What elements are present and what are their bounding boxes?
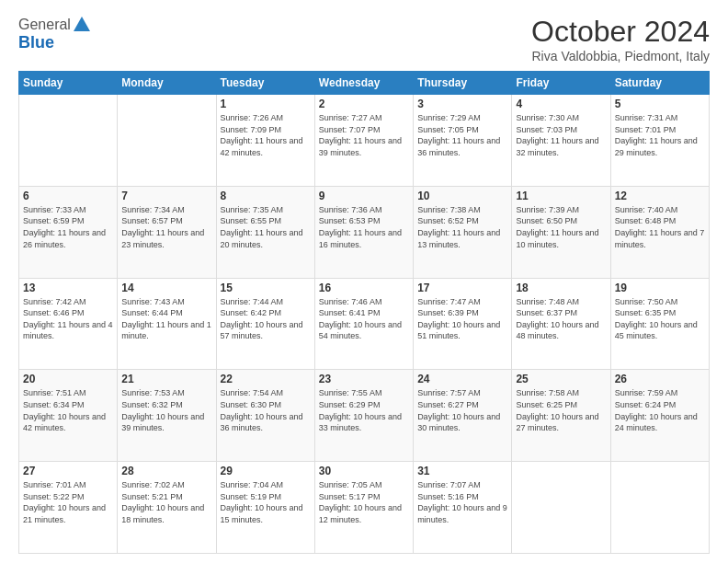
logo: General Blue xyxy=(18,15,92,52)
day-detail: Sunrise: 7:29 AMSunset: 7:05 PMDaylight:… xyxy=(417,113,500,157)
calendar-week-row: 1 Sunrise: 7:26 AMSunset: 7:09 PMDayligh… xyxy=(19,95,710,187)
day-detail: Sunrise: 7:54 AMSunset: 6:30 PMDaylight:… xyxy=(221,388,303,432)
table-row: 31 Sunrise: 7:07 AMSunset: 5:16 PMDaylig… xyxy=(414,462,512,554)
day-number: 8 xyxy=(221,190,311,202)
day-detail: Sunrise: 7:43 AMSunset: 6:44 PMDaylight:… xyxy=(121,297,211,341)
table-row: 6 Sunrise: 7:33 AMSunset: 6:59 PMDayligh… xyxy=(19,186,118,278)
day-detail: Sunrise: 7:40 AMSunset: 6:48 PMDaylight:… xyxy=(615,205,705,249)
header-saturday: Saturday xyxy=(610,72,709,95)
day-number: 15 xyxy=(221,282,311,294)
day-number: 13 xyxy=(23,282,113,294)
day-number: 2 xyxy=(319,98,409,110)
day-number: 20 xyxy=(23,373,113,385)
table-row: 2 Sunrise: 7:27 AMSunset: 7:07 PMDayligh… xyxy=(314,95,413,187)
table-row: 17 Sunrise: 7:47 AMSunset: 6:39 PMDaylig… xyxy=(414,278,512,370)
table-row: 23 Sunrise: 7:55 AMSunset: 6:29 PMDaylig… xyxy=(314,370,413,462)
table-row: 3 Sunrise: 7:29 AMSunset: 7:05 PMDayligh… xyxy=(414,95,512,187)
day-number: 28 xyxy=(121,465,211,477)
header: General Blue October 2024 Riva Valdobbia… xyxy=(18,15,710,63)
day-number: 29 xyxy=(221,465,311,477)
day-detail: Sunrise: 7:07 AMSunset: 5:16 PMDaylight:… xyxy=(417,480,507,524)
month-title: October 2024 xyxy=(531,15,710,49)
page: General Blue October 2024 Riva Valdobbia… xyxy=(0,0,728,563)
day-detail: Sunrise: 7:58 AMSunset: 6:25 PMDaylight:… xyxy=(516,388,598,432)
day-number: 14 xyxy=(121,282,211,294)
table-row: 18 Sunrise: 7:48 AMSunset: 6:37 PMDaylig… xyxy=(512,278,610,370)
day-detail: Sunrise: 7:35 AMSunset: 6:55 PMDaylight:… xyxy=(221,205,303,249)
header-tuesday: Tuesday xyxy=(216,72,314,95)
table-row: 16 Sunrise: 7:46 AMSunset: 6:41 PMDaylig… xyxy=(314,278,413,370)
day-number: 19 xyxy=(615,282,705,294)
day-detail: Sunrise: 7:51 AMSunset: 6:34 PMDaylight:… xyxy=(23,388,106,432)
day-detail: Sunrise: 7:01 AMSunset: 5:22 PMDaylight:… xyxy=(23,480,106,524)
table-row: 7 Sunrise: 7:34 AMSunset: 6:57 PMDayligh… xyxy=(118,186,216,278)
location: Riva Valdobbia, Piedmont, Italy xyxy=(531,49,710,63)
table-row: 9 Sunrise: 7:36 AMSunset: 6:53 PMDayligh… xyxy=(314,186,413,278)
day-detail: Sunrise: 7:59 AMSunset: 6:24 PMDaylight:… xyxy=(615,388,698,432)
day-number: 26 xyxy=(615,373,705,385)
day-number: 6 xyxy=(23,190,113,202)
day-detail: Sunrise: 7:57 AMSunset: 6:27 PMDaylight:… xyxy=(417,388,500,432)
day-number: 12 xyxy=(615,190,705,202)
day-detail: Sunrise: 7:42 AMSunset: 6:46 PMDaylight:… xyxy=(23,297,113,341)
day-detail: Sunrise: 7:46 AMSunset: 6:41 PMDaylight:… xyxy=(319,297,402,341)
day-detail: Sunrise: 7:05 AMSunset: 5:17 PMDaylight:… xyxy=(319,480,402,524)
day-number: 9 xyxy=(319,190,409,202)
title-block: October 2024 Riva Valdobbia, Piedmont, I… xyxy=(531,15,710,63)
table-row: 22 Sunrise: 7:54 AMSunset: 6:30 PMDaylig… xyxy=(216,370,314,462)
table-row: 24 Sunrise: 7:57 AMSunset: 6:27 PMDaylig… xyxy=(414,370,512,462)
table-row xyxy=(610,462,709,554)
table-row: 28 Sunrise: 7:02 AMSunset: 5:21 PMDaylig… xyxy=(118,462,216,554)
header-friday: Friday xyxy=(512,72,610,95)
table-row: 14 Sunrise: 7:43 AMSunset: 6:44 PMDaylig… xyxy=(118,278,216,370)
table-row: 13 Sunrise: 7:42 AMSunset: 6:46 PMDaylig… xyxy=(19,278,118,370)
table-row: 29 Sunrise: 7:04 AMSunset: 5:19 PMDaylig… xyxy=(216,462,314,554)
table-row: 25 Sunrise: 7:58 AMSunset: 6:25 PMDaylig… xyxy=(512,370,610,462)
table-row: 26 Sunrise: 7:59 AMSunset: 6:24 PMDaylig… xyxy=(610,370,709,462)
table-row: 4 Sunrise: 7:30 AMSunset: 7:03 PMDayligh… xyxy=(512,95,610,187)
day-number: 1 xyxy=(221,98,311,110)
day-detail: Sunrise: 7:02 AMSunset: 5:21 PMDaylight:… xyxy=(121,480,204,524)
day-number: 5 xyxy=(615,98,705,110)
day-number: 30 xyxy=(319,465,409,477)
calendar-week-row: 20 Sunrise: 7:51 AMSunset: 6:34 PMDaylig… xyxy=(19,370,710,462)
table-row: 10 Sunrise: 7:38 AMSunset: 6:52 PMDaylig… xyxy=(414,186,512,278)
calendar-week-row: 6 Sunrise: 7:33 AMSunset: 6:59 PMDayligh… xyxy=(19,186,710,278)
day-number: 17 xyxy=(417,282,507,294)
day-number: 4 xyxy=(516,98,606,110)
table-row xyxy=(118,95,216,187)
calendar-week-row: 13 Sunrise: 7:42 AMSunset: 6:46 PMDaylig… xyxy=(19,278,710,370)
day-detail: Sunrise: 7:48 AMSunset: 6:37 PMDaylight:… xyxy=(516,297,598,341)
table-row: 19 Sunrise: 7:50 AMSunset: 6:35 PMDaylig… xyxy=(610,278,709,370)
day-number: 31 xyxy=(417,465,507,477)
day-number: 27 xyxy=(23,465,113,477)
day-detail: Sunrise: 7:33 AMSunset: 6:59 PMDaylight:… xyxy=(23,205,106,249)
table-row: 20 Sunrise: 7:51 AMSunset: 6:34 PMDaylig… xyxy=(19,370,118,462)
table-row: 11 Sunrise: 7:39 AMSunset: 6:50 PMDaylig… xyxy=(512,186,610,278)
day-detail: Sunrise: 7:44 AMSunset: 6:42 PMDaylight:… xyxy=(221,297,303,341)
calendar-table: Sunday Monday Tuesday Wednesday Thursday… xyxy=(18,71,710,554)
day-number: 10 xyxy=(417,190,507,202)
logo-icon xyxy=(72,15,92,35)
table-row: 8 Sunrise: 7:35 AMSunset: 6:55 PMDayligh… xyxy=(216,186,314,278)
table-row xyxy=(512,462,610,554)
day-detail: Sunrise: 7:50 AMSunset: 6:35 PMDaylight:… xyxy=(615,297,698,341)
day-detail: Sunrise: 7:36 AMSunset: 6:53 PMDaylight:… xyxy=(319,205,402,249)
day-detail: Sunrise: 7:39 AMSunset: 6:50 PMDaylight:… xyxy=(516,205,598,249)
logo-general-text: General xyxy=(18,17,71,33)
table-row xyxy=(19,95,118,187)
day-detail: Sunrise: 7:31 AMSunset: 7:01 PMDaylight:… xyxy=(615,113,698,157)
table-row: 15 Sunrise: 7:44 AMSunset: 6:42 PMDaylig… xyxy=(216,278,314,370)
day-number: 16 xyxy=(319,282,409,294)
day-detail: Sunrise: 7:30 AMSunset: 7:03 PMDaylight:… xyxy=(516,113,598,157)
day-detail: Sunrise: 7:34 AMSunset: 6:57 PMDaylight:… xyxy=(121,205,204,249)
table-row: 30 Sunrise: 7:05 AMSunset: 5:17 PMDaylig… xyxy=(314,462,413,554)
day-detail: Sunrise: 7:53 AMSunset: 6:32 PMDaylight:… xyxy=(121,388,204,432)
day-number: 23 xyxy=(319,373,409,385)
table-row: 5 Sunrise: 7:31 AMSunset: 7:01 PMDayligh… xyxy=(610,95,709,187)
header-wednesday: Wednesday xyxy=(314,72,413,95)
calendar-week-row: 27 Sunrise: 7:01 AMSunset: 5:22 PMDaylig… xyxy=(19,462,710,554)
header-thursday: Thursday xyxy=(414,72,512,95)
weekday-header-row: Sunday Monday Tuesday Wednesday Thursday… xyxy=(19,72,710,95)
day-detail: Sunrise: 7:38 AMSunset: 6:52 PMDaylight:… xyxy=(417,205,500,249)
